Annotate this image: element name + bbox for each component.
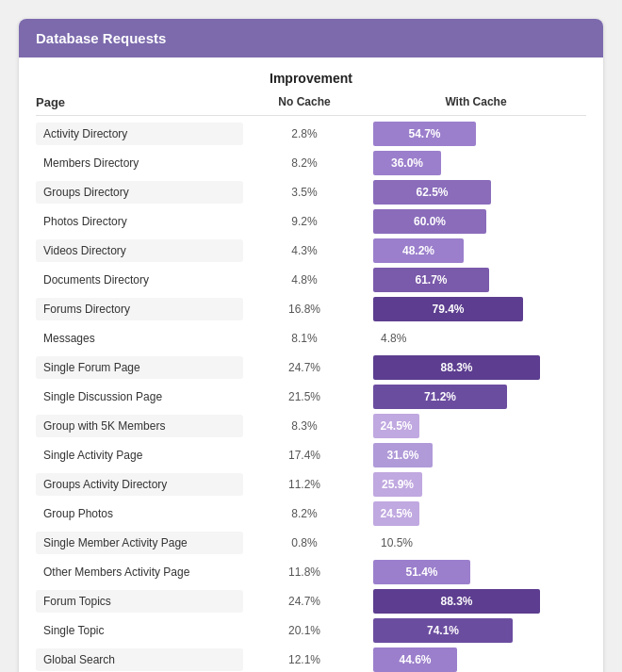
with-cache-cell: 24.5% <box>366 414 586 438</box>
with-cache-cell: 4.8% <box>366 332 586 345</box>
page-cell: Other Members Activity Page <box>36 561 243 583</box>
with-cache-cell: 48.2% <box>366 238 586 263</box>
with-cache-cell: 71.2% <box>366 385 586 409</box>
bar: 54.7% <box>373 122 476 146</box>
no-cache-value: 4.3% <box>243 244 366 257</box>
bar-container: 79.4% <box>373 297 586 321</box>
no-cache-value: 4.8% <box>243 273 366 287</box>
table-row: Other Members Activity Page11.8%51.4% <box>36 558 586 586</box>
bar: 61.7% <box>373 268 489 292</box>
no-cache-value: 12.1% <box>243 653 366 666</box>
page-cell: Photos Directory <box>36 210 243 233</box>
bar: 31.6% <box>373 443 433 467</box>
bar: 62.5% <box>373 180 491 205</box>
with-cache-cell: 54.7% <box>366 122 586 146</box>
bar: 44.6% <box>373 647 457 672</box>
no-cache-value: 8.3% <box>243 419 366 433</box>
with-cache-cell: 79.4% <box>366 297 586 321</box>
table-row: Forums Directory16.8%79.4% <box>36 295 586 323</box>
bar-container: 24.5% <box>373 414 586 438</box>
bar-container: 88.3% <box>373 355 586 380</box>
divider <box>36 115 586 116</box>
bar: 79.4% <box>373 297 523 321</box>
col-with-cache: With Cache <box>366 91 586 113</box>
bar-container: 48.2% <box>373 238 586 263</box>
with-cache-cell: 88.3% <box>366 589 586 614</box>
no-cache-value: 3.5% <box>243 186 366 199</box>
table-row: Activity Directory2.8%54.7% <box>36 120 586 148</box>
table-row: Single Activity Page17.4%31.6% <box>36 441 586 469</box>
bar-container: 25.9% <box>373 472 586 497</box>
bar-container: 31.6% <box>373 443 586 467</box>
with-cache-cell: 24.5% <box>366 501 586 526</box>
with-cache-cell: 10.5% <box>366 536 586 549</box>
no-cache-value: 24.7% <box>243 595 366 608</box>
table-row: Documents Directory4.8%61.7% <box>36 266 586 294</box>
no-cache-value: 21.5% <box>243 390 366 403</box>
bar: 24.5% <box>373 414 419 438</box>
no-cache-value: 8.1% <box>243 332 366 345</box>
card-title: Database Requests <box>36 30 166 46</box>
bar-container: 71.2% <box>373 385 586 409</box>
page-cell: Forum Topics <box>36 590 243 613</box>
table-row: Single Forum Page24.7%88.3% <box>36 353 586 382</box>
bar: 88.3% <box>373 355 540 380</box>
no-cache-value: 0.8% <box>243 536 366 549</box>
with-cache-cell: 31.6% <box>366 443 586 467</box>
with-cache-cell: 62.5% <box>366 180 586 205</box>
no-cache-value: 17.4% <box>243 449 366 462</box>
table-row: Groups Directory3.5%62.5% <box>36 178 586 206</box>
bar: 60.0% <box>373 209 486 234</box>
page-cell: Single Activity Page <box>36 444 243 467</box>
card-header: Database Requests <box>19 19 603 57</box>
page-cell: Messages <box>36 327 243 350</box>
bar-container: 62.5% <box>373 180 586 205</box>
bar-container: 74.1% <box>373 618 586 643</box>
with-cache-cell: 60.0% <box>366 209 586 234</box>
bar: 88.3% <box>373 589 540 614</box>
with-cache-cell: 61.7% <box>366 268 586 292</box>
no-cache-value: 2.8% <box>243 127 366 140</box>
page-cell: Groups Activity Directory <box>36 473 243 496</box>
page-cell: Global Search <box>36 648 243 671</box>
table-row: Messages8.1%4.8% <box>36 324 586 352</box>
no-cache-value: 20.1% <box>243 624 366 637</box>
page-cell: Videos Directory <box>36 239 243 262</box>
page-cell: Single Member Activity Page <box>36 532 243 554</box>
page-cell: Members Directory <box>36 152 243 174</box>
table-row: Group Photos8.2%24.5% <box>36 500 586 528</box>
bar: 71.2% <box>373 385 507 409</box>
bar-container: 60.0% <box>373 209 586 234</box>
with-cache-cell: 44.6% <box>366 647 586 672</box>
bar-container: 51.4% <box>373 560 586 584</box>
bar: 36.0% <box>373 151 441 175</box>
no-bar-value: 4.8% <box>373 332 586 345</box>
no-cache-value: 8.2% <box>243 156 366 170</box>
no-cache-value: 9.2% <box>243 215 366 228</box>
with-cache-cell: 36.0% <box>366 151 586 175</box>
page-cell: Single Forum Page <box>36 356 243 379</box>
table-row: Videos Directory4.3%48.2% <box>36 237 586 265</box>
col-no-cache: No Cache <box>243 91 366 113</box>
page-cell: Single Topic <box>36 619 243 642</box>
table-row: Photos Directory9.2%60.0% <box>36 207 586 236</box>
table-row: Single Discussion Page21.5%71.2% <box>36 383 586 411</box>
table-row: Groups Activity Directory11.2%25.9% <box>36 470 586 499</box>
bar: 25.9% <box>373 472 422 497</box>
with-cache-cell: 74.1% <box>366 618 586 643</box>
with-cache-cell: 88.3% <box>366 355 586 380</box>
page-cell: Documents Directory <box>36 269 243 291</box>
card: Database Requests Improvement Page No Ca… <box>19 19 603 672</box>
no-cache-value: 8.2% <box>243 507 366 520</box>
bar: 24.5% <box>373 501 419 526</box>
table-row: Single Member Activity Page0.8%10.5% <box>36 529 586 557</box>
rows-container: Activity Directory2.8%54.7%Members Direc… <box>19 120 603 672</box>
table-row: Single Topic20.1%74.1% <box>36 616 586 645</box>
no-cache-value: 24.7% <box>243 361 366 374</box>
page-cell: Activity Directory <box>36 123 243 145</box>
bar-container: 54.7% <box>373 122 586 146</box>
chart-title: Improvement <box>19 57 603 91</box>
table-row: Forum Topics24.7%88.3% <box>36 587 586 615</box>
table-row: Global Search12.1%44.6% <box>36 646 586 672</box>
with-cache-cell: 25.9% <box>366 472 586 497</box>
